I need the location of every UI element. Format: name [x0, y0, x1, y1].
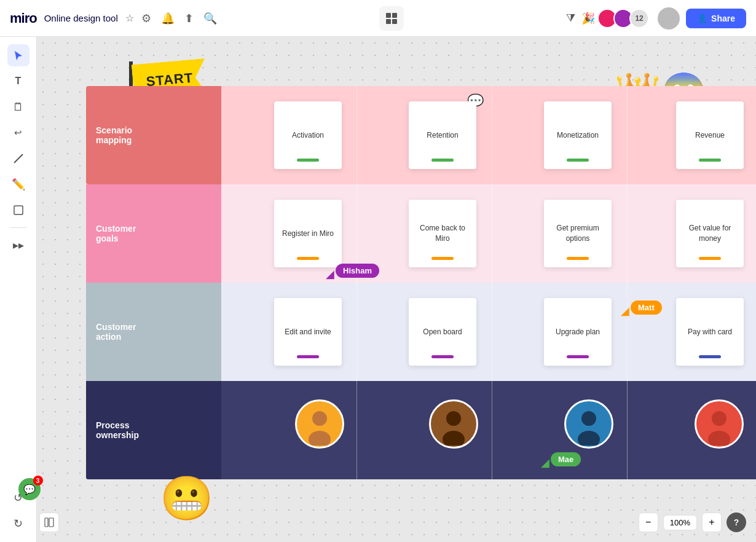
svg-line-4 — [14, 154, 23, 163]
card-upgrade[interactable]: Upgrade plan — [544, 298, 612, 366]
card-edit[interactable]: Edit and invite — [274, 298, 342, 366]
pen-icon: ✏️ — [12, 178, 25, 191]
bottom-toolbar: − 100% + ? — [639, 513, 746, 532]
avatar-1-image — [298, 403, 341, 446]
panel-toggle-button[interactable] — [39, 513, 59, 532]
svg-point-7 — [312, 411, 327, 426]
frame-tool-button[interactable] — [7, 199, 30, 221]
activation-bar — [297, 159, 319, 162]
header-left: miro Online design tool ☆ ⚙ 🔔 ⬆ 🔍 — [10, 10, 217, 26]
svg-rect-1 — [392, 13, 397, 18]
upgrade-bar — [567, 355, 589, 358]
current-user-avatar — [658, 7, 680, 29]
openboard-text: Open board — [423, 327, 462, 337]
row1-label-bg: Scenariomapping — [86, 86, 221, 184]
hisham-cursor-arrow: ◢ — [326, 268, 334, 280]
miro-logo: miro — [10, 10, 37, 26]
col-divider-3 — [627, 86, 628, 479]
share-button[interactable]: 👤 Share — [686, 9, 746, 28]
col-divider-2 — [492, 86, 492, 479]
premium-text: Get premium options — [550, 223, 605, 244]
mae-cursor-arrow: ◢ — [541, 457, 549, 469]
avatar-3-image — [567, 403, 610, 446]
svg-rect-19 — [49, 518, 53, 527]
row1-label: Scenariomapping — [96, 125, 132, 145]
matt-cursor-arrow: ◢ — [621, 305, 629, 317]
board-title: Online design tool — [44, 13, 118, 23]
pay-text: Pay with card — [688, 327, 732, 337]
card-premium[interactable]: Get premium options — [544, 200, 612, 267]
star-icon[interactable]: ☆ — [125, 12, 134, 24]
chat-icon: 💬 — [23, 484, 36, 495]
value-bar — [699, 257, 721, 260]
face-emoji: 😬 — [160, 473, 213, 524]
bell-icon[interactable]: 🔔 — [161, 12, 175, 25]
header-center — [217, 6, 566, 31]
filter-icon[interactable]: ⧩ — [566, 12, 575, 25]
more-tools-button[interactable]: ▸▸ — [7, 234, 30, 256]
party-icon[interactable]: 🎉 — [581, 12, 595, 25]
toolbar-divider — [10, 227, 27, 228]
cursor-icon — [13, 50, 24, 61]
header-right: ⧩ 🎉 12 👤 Share — [566, 7, 746, 29]
matt-cursor-label: Matt — [631, 300, 662, 315]
chat-badge: 3 — [33, 476, 43, 485]
register-text: Register in Miro — [282, 229, 334, 239]
card-activation[interactable]: Activation — [274, 101, 342, 169]
card-register[interactable]: Register in Miro — [274, 200, 342, 267]
line-tool-button[interactable] — [7, 147, 30, 170]
col-divider-1 — [356, 86, 357, 479]
search-icon[interactable]: 🔍 — [203, 12, 217, 25]
shape-tool-button[interactable]: ↩ — [7, 122, 30, 144]
revenue-text: Revenue — [695, 130, 725, 141]
row3-label: Customeraction — [96, 322, 136, 342]
upgrade-text: Upgrade plan — [556, 327, 600, 337]
apps-button[interactable] — [379, 6, 404, 31]
process-avatar-4 — [695, 399, 744, 449]
sticky-icon: 🗒 — [13, 101, 24, 114]
svg-rect-0 — [386, 13, 391, 18]
left-toolbar: T 🗒 ↩ ✏️ ▸▸ 💬 3 ↺ ↻ — [0, 37, 37, 542]
share-icon: 👤 — [697, 14, 707, 23]
apps-grid-icon — [385, 12, 398, 25]
edit-text: Edit and invite — [285, 327, 331, 337]
header-icons: ⚙ 🔔 ⬆ 🔍 — [141, 12, 217, 25]
help-button[interactable]: ? — [726, 513, 746, 532]
pen-tool-button[interactable]: ✏️ — [7, 173, 30, 195]
process-avatar-3 — [564, 399, 613, 449]
card-openboard[interactable]: Open board — [409, 298, 476, 366]
sticky-tool-button[interactable]: 🗒 — [7, 96, 30, 118]
card-pay[interactable]: Pay with card — [676, 298, 744, 366]
collaborator-avatars: 12 — [601, 9, 649, 28]
comeback-text: Come back to Miro — [415, 223, 470, 244]
value-text: Get value for money — [682, 223, 738, 244]
svg-point-16 — [712, 411, 726, 426]
canvas: START 👑😱 Scenariomapping Customergoals C… — [37, 37, 756, 542]
avatar-2-image — [432, 403, 475, 446]
card-retention[interactable]: Retention — [409, 101, 476, 169]
retention-text: Retention — [427, 130, 458, 141]
panel-icon — [44, 517, 55, 528]
settings-icon[interactable]: ⚙ — [141, 12, 151, 25]
process-avatar-2 — [429, 399, 478, 449]
text-tool-button[interactable]: T — [7, 70, 30, 92]
line-icon — [13, 153, 24, 164]
row2-label-bg: Customergoals — [86, 184, 221, 283]
redo-button[interactable]: ↻ — [7, 513, 30, 535]
card-comeback[interactable]: Come back to Miro — [409, 200, 476, 267]
zoom-in-button[interactable]: + — [702, 513, 722, 532]
cursor-tool-button[interactable] — [7, 44, 30, 66]
pay-bar — [699, 355, 721, 358]
svg-rect-3 — [392, 19, 397, 24]
card-monetization[interactable]: Monetization — [544, 101, 612, 169]
svg-rect-18 — [45, 518, 48, 527]
openboard-bar — [431, 355, 454, 358]
process-avatar-1 — [295, 399, 344, 449]
card-value[interactable]: Get value for money — [676, 200, 744, 267]
upload-icon[interactable]: ⬆ — [184, 12, 194, 25]
shape-icon: ↩ — [14, 127, 22, 138]
card-revenue[interactable]: Revenue — [676, 101, 744, 169]
text-tool-icon: T — [15, 76, 22, 87]
zoom-out-button[interactable]: − — [639, 513, 658, 532]
mae-cursor-label: Mae — [551, 452, 581, 466]
